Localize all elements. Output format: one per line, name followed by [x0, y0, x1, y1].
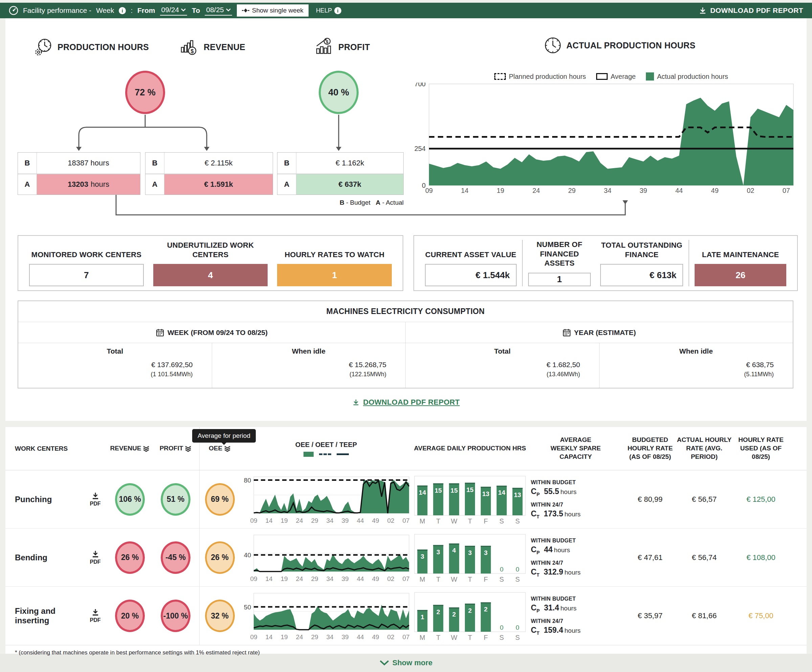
svg-text:0: 0: [500, 624, 503, 631]
to-label: To: [192, 7, 200, 15]
svg-text:29: 29: [311, 575, 318, 582]
profit-percentage: -45 %: [161, 541, 191, 574]
svg-text:24: 24: [296, 633, 303, 641]
svg-text:40: 40: [244, 551, 251, 558]
col-revenue[interactable]: REVENUE: [108, 444, 152, 453]
daily-production-bars: 3M3T4W3T3F0S0S: [413, 532, 527, 583]
svg-text:19: 19: [280, 575, 288, 582]
svg-text:07: 07: [402, 633, 409, 641]
stat-value: 1: [528, 273, 591, 287]
revenue-percentage: 26 %: [115, 541, 145, 574]
svg-text:0: 0: [500, 566, 503, 573]
download-pdf-report-link[interactable]: DOWNLOAD PDF REPORT: [5, 398, 807, 407]
col-profit[interactable]: PROFIT: [152, 444, 199, 453]
revenue-budget-actual-table: B€ 2.115k A€ 1.591k: [145, 152, 273, 195]
profit-percentage: 51 %: [161, 483, 191, 516]
svg-text:T: T: [468, 517, 472, 525]
work-center-name: Fixing and inserting: [15, 606, 83, 625]
page-title: Facility performance -: [23, 7, 91, 15]
svg-text:13: 13: [514, 491, 521, 498]
svg-text:49: 49: [711, 187, 718, 194]
stat-underutilized-work-centers: UNDERUTILIZED WORK CENTERS 4: [148, 240, 273, 286]
chevron-down-icon: [181, 9, 186, 12]
work-center-name: Punching: [15, 495, 83, 504]
svg-text:0: 0: [516, 566, 519, 573]
svg-text:15: 15: [466, 486, 474, 493]
svg-text:0: 0: [516, 624, 519, 631]
svg-text:09: 09: [425, 187, 433, 194]
help-button[interactable]: HELP i: [316, 7, 341, 14]
svg-text:34: 34: [326, 633, 334, 641]
svg-text:700: 700: [415, 83, 426, 88]
stat-value: 7: [29, 264, 144, 286]
calendar-icon: [563, 329, 571, 337]
svg-text:W: W: [451, 517, 457, 525]
row-pdf-download-button[interactable]: PDF: [90, 608, 101, 623]
hourly-rate-used: € 125,00: [732, 495, 790, 504]
production-hours-budget-actual-table: B18387 hours A13203hours: [18, 152, 140, 195]
stat-value: € 1.544k: [425, 264, 517, 286]
budgeted-hourly-rate: € 35,97: [624, 611, 676, 620]
electricity-title: MACHINES ELECTRICITY CONSUMPTION: [18, 301, 793, 322]
work-center-row: Punching PDF 106 % 51 % 69 % 80091419242…: [5, 470, 807, 529]
profit-percentage: -100 %: [161, 600, 191, 632]
svg-text:F: F: [484, 634, 488, 641]
svg-text:S: S: [515, 517, 520, 525]
svg-text:F: F: [484, 576, 488, 583]
period-info-icon[interactable]: i: [119, 7, 126, 14]
budget-actual-legend: B - Budget A - Actual: [277, 199, 404, 206]
download-icon: [91, 550, 100, 558]
to-week-select[interactable]: 08/25: [205, 5, 232, 15]
production-hours-area-chart: 70025400914192429343944490207: [399, 83, 800, 196]
svg-text:39: 39: [341, 575, 348, 582]
stat-hourly-rates-to-watch: HOURLY RATES TO WATCH 1: [272, 240, 397, 286]
col-daily: AVERAGE DAILY PRODUCTION HRS: [413, 444, 527, 453]
svg-text:39: 39: [640, 187, 647, 194]
from-week-select[interactable]: 09/24: [160, 5, 188, 15]
stat-value: 26: [694, 264, 786, 286]
spare-capacity: WITHIN BUDGET CP 55.5hours WITHIN 24/7 C…: [527, 479, 624, 519]
work-center-name: Bending: [15, 553, 83, 562]
download-pdf-report-button[interactable]: DOWNLOAD PDF REPORT: [699, 7, 803, 15]
spare-capacity: WITHIN BUDGET CP 31.4hours WITHIN 24/7 C…: [527, 596, 624, 635]
teep-legend-icon: [337, 454, 349, 455]
svg-text:49: 49: [372, 517, 379, 524]
svg-text:29: 29: [311, 517, 318, 524]
svg-text:15: 15: [435, 486, 442, 494]
actual-hourly-rate: € 81,66: [676, 611, 732, 620]
svg-text:3: 3: [468, 549, 472, 556]
svg-text:34: 34: [604, 187, 611, 194]
svg-text:09: 09: [250, 575, 257, 582]
svg-text:2: 2: [484, 605, 488, 613]
chevron-down-icon: [380, 660, 389, 665]
show-single-week-button[interactable]: Show single week: [237, 4, 309, 17]
table-footnote: * (considering that machines operate in …: [5, 645, 807, 660]
download-icon: [91, 608, 100, 616]
svg-text:W: W: [451, 634, 457, 641]
svg-text:254: 254: [415, 145, 426, 152]
svg-text:19: 19: [280, 517, 288, 524]
work-centers-table-card: Average for period WORK CENTERS REVENUE …: [5, 427, 807, 654]
electricity-week-header: WEEK (FROM 09/24 TO 08/25): [18, 322, 405, 343]
svg-text:2: 2: [437, 608, 440, 616]
svg-text:49: 49: [372, 575, 379, 582]
calendar-icon: [156, 329, 164, 337]
svg-text:39: 39: [341, 517, 348, 524]
gauge-logo-icon: [9, 6, 18, 15]
svg-text:14: 14: [498, 489, 505, 496]
actual-hourly-rate: € 56,57: [676, 495, 732, 504]
row-pdf-download-button[interactable]: PDF: [90, 492, 101, 507]
svg-text:F: F: [484, 517, 488, 525]
revenue-percentage: 20 %: [115, 600, 145, 632]
row-pdf-download-button[interactable]: PDF: [90, 550, 101, 565]
svg-text:W: W: [451, 576, 457, 583]
svg-text:2: 2: [468, 607, 472, 614]
download-icon: [91, 492, 100, 500]
svg-text:29: 29: [311, 633, 318, 641]
oee-percentage: 69 %: [205, 483, 235, 516]
svg-text:80: 80: [244, 476, 251, 484]
col-spare: AVERAGE WEEKLY SPARE CAPACITY: [527, 436, 624, 461]
oee-trend-chart: 800914192429343944490207: [241, 474, 412, 525]
oee-percentage: 26 %: [205, 541, 235, 574]
sort-icon: [143, 445, 150, 452]
